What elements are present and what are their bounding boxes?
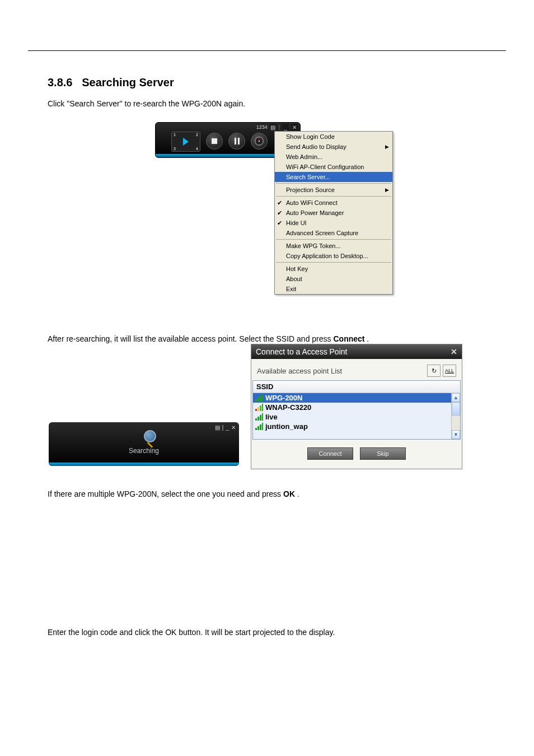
svg-point-1 [259,141,260,142]
list-label: Available access point List [257,367,342,375]
menu-auto-wifi[interactable]: ✔Auto WiFi Connect [275,198,392,208]
control-bar-top: 1234 ▤ | _ ✕ [256,124,298,130]
menu-send-audio[interactable]: Send Audio to Display▶ [275,142,392,152]
menu-hot-key[interactable]: Hot Key [275,264,392,274]
minimize-icon[interactable]: _ [282,124,289,130]
list-item[interactable]: live [253,412,460,422]
menu-search-server[interactable]: Search Server... [275,172,392,182]
dialog-toolbar: Available access point List ↻ ALL [251,359,462,380]
play-icon [183,138,189,146]
search-icon [137,430,151,445]
menu-adv-capture[interactable]: Advanced Screen Capture [275,228,392,238]
signal-icon [255,404,263,411]
searching-widget: ▤ | _ ✕ Searching [49,422,239,466]
bold-word: Connect [333,334,364,343]
ap-list: SSID WPG-200N WNAP-C3220 live juntion_wa… [252,380,461,440]
check-icon: ✔ [277,199,282,207]
close-icon[interactable]: ✕ [231,424,236,431]
bold-word: OK [283,489,295,498]
menu-separator [276,239,391,240]
config-button[interactable] [251,133,268,150]
refresh-icon: ↻ [432,367,437,375]
signal-icon [255,395,263,402]
ssid-label: WNAP-C3220 [265,403,311,412]
list-body: WPG-200N WNAP-C3220 live juntion_wap ▲ ▼ [253,393,460,439]
text: . [367,334,369,343]
page-rule [28,50,506,51]
menu-separator [276,183,391,184]
submenu-arrow-icon: ▶ [385,144,389,150]
close-icon[interactable]: ✕ [291,124,298,130]
menu-wifi-ap-client[interactable]: WiFi AP-Client Configuration [275,162,392,172]
dialog-titlebar: Connect to a Access Point ✕ [251,344,462,359]
searching-top-icons: ▤ | _ ✕ [215,424,236,431]
ssid-label: live [265,413,278,421]
dialog-title: Connect to a Access Point [256,347,347,356]
searching-glow [49,463,239,466]
quad-3: 3 [174,147,176,151]
scrollbar[interactable]: ▲ ▼ [451,393,460,439]
play-button[interactable]: 1 2 3 4 [171,132,200,152]
list-item[interactable]: juntion_wap [253,422,460,431]
instruction-1: Click "Search Server" to re-search the W… [48,99,245,110]
scroll-up-icon[interactable]: ▲ [452,393,460,402]
menu-projection-source[interactable]: Projection Source▶ [275,185,392,195]
list-item[interactable]: WPG-200N [253,393,460,403]
minimize-icon[interactable]: _ [226,424,229,431]
instruction-2: After re-searching, it will list the ava… [48,334,484,345]
menu-auto-power[interactable]: ✔Auto Power Manager [275,208,392,218]
list-item[interactable]: WNAP-C3220 [253,403,460,412]
searching-center: Searching [129,430,159,455]
section-heading: 3.8.6 Searching Server [48,76,174,89]
quad-4: 4 [196,147,198,151]
section-title-text: Searching Server [82,76,174,88]
dialog-buttons: Connect Skip [251,440,462,469]
menu-web-admin[interactable]: Web Admin... [275,152,392,162]
skip-button[interactable]: Skip [360,447,406,460]
quad-2: 2 [196,133,198,137]
searching-label: Searching [129,447,159,455]
menu-make-token[interactable]: Make WPG Token... [275,241,392,251]
menu-about[interactable]: About [275,274,392,284]
ssid-label: juntion_wap [265,422,308,431]
menu-exit[interactable]: Exit [275,284,392,294]
menu-copy-app[interactable]: Copy Application to Desktop... [275,251,392,261]
menu-icon[interactable]: ▤ [270,124,277,130]
connect-ap-dialog: Connect to a Access Point ✕ Available ac… [251,344,462,469]
section-number: 3.8.6 [48,76,72,88]
instruction-3: If there are multiple WPG-200N, select t… [48,489,484,500]
text: . [297,489,299,498]
signal-icon [255,423,263,430]
menu-separator [276,262,391,263]
menu-show-login-code[interactable]: Show Login Code [275,132,392,142]
menu-icon[interactable]: ▤ [215,424,220,431]
all-button[interactable]: ALL [443,365,456,377]
scroll-thumb[interactable] [452,402,460,416]
check-icon: ✔ [277,220,282,227]
instruction-4: Enter the login code and click the OK bu… [48,627,335,638]
text: If there are multiple WPG-200N, select t… [48,489,283,498]
scroll-down-icon[interactable]: ▼ [452,430,460,439]
stop-button[interactable] [206,133,223,150]
quad-1: 1 [174,133,176,137]
menu-hide-ui[interactable]: ✔Hide UI [275,218,392,228]
signal-icon [255,414,263,421]
check-icon: ✔ [277,209,282,217]
context-menu: Show Login Code Send Audio to Display▶ W… [274,131,393,295]
pause-button[interactable] [228,133,245,150]
submenu-arrow-icon: ▶ [385,187,389,193]
menu-separator [276,196,391,197]
refresh-button[interactable]: ↻ [427,365,441,377]
dialog-close-icon[interactable]: ✕ [451,347,457,356]
digits-label: 1234 [256,124,268,130]
connect-button[interactable]: Connect [307,447,353,460]
text: After re-searching, it will list the ava… [48,334,333,343]
all-label: ALL [445,368,454,374]
list-header-ssid: SSID [253,381,460,393]
ssid-label: WPG-200N [265,394,302,402]
